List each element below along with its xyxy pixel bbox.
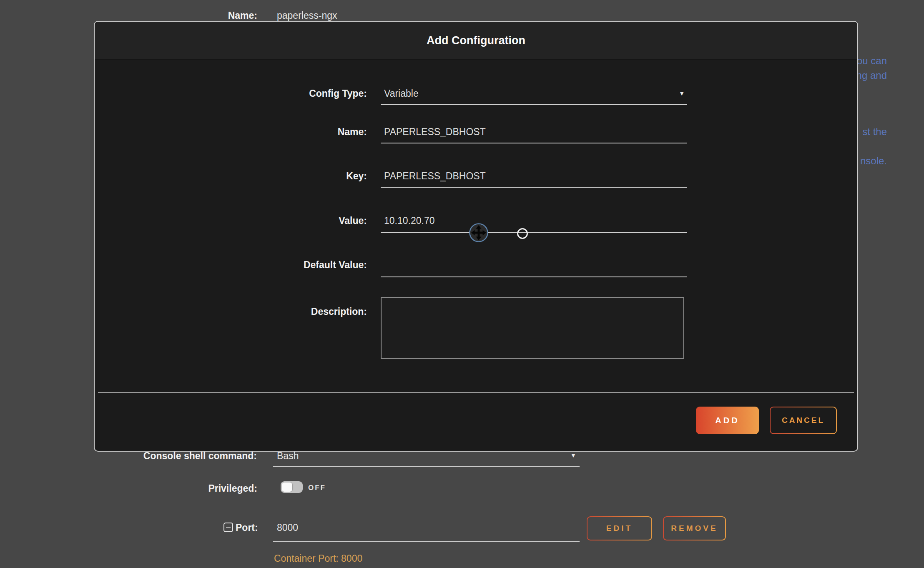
edit-button[interactable]: EDIT — [587, 516, 652, 540]
chevron-down-icon: ▼ — [679, 90, 685, 97]
default-value-input[interactable] — [384, 259, 680, 271]
chevron-down-icon: ▼ — [570, 452, 576, 459]
privileged-state-text: OFF — [308, 484, 326, 492]
field-underline — [273, 541, 580, 542]
help-text-fragment: st the — [862, 126, 887, 137]
port-value[interactable]: 8000 — [277, 522, 298, 533]
default-value-field-wrap — [381, 259, 687, 277]
add-button[interactable]: ADD — [696, 407, 759, 434]
dialog-header: Add Configuration — [95, 22, 857, 60]
key-field-wrap — [381, 171, 687, 188]
edit-button-label: EDIT — [588, 517, 651, 540]
move-cursor-icon — [469, 223, 489, 243]
value-label: Value: — [95, 215, 367, 226]
cancel-button-label: CANCEL — [771, 407, 836, 433]
help-text-fragment: nsole. — [860, 156, 887, 166]
toggle-knob — [282, 483, 292, 492]
collapse-port-icon — [223, 523, 233, 532]
container-name-value[interactable]: paperless-ngx — [277, 10, 337, 21]
remove-button-label: REMOVE — [664, 517, 725, 540]
console-shell-command-select[interactable]: Bash — [277, 450, 299, 462]
help-text-fragment: ng and — [856, 70, 887, 81]
config-type-label: Config Type: — [95, 88, 367, 99]
container-port-note: Container Port: 8000 — [274, 553, 362, 564]
description-label: Description: — [95, 306, 367, 317]
field-underline — [273, 466, 580, 467]
port-label: Port: — [236, 522, 258, 533]
help-text-fragment: ou can — [857, 55, 887, 66]
console-shell-command-label: Console shell command: — [104, 450, 257, 462]
key-label: Key: — [95, 171, 367, 182]
cancel-button[interactable]: CANCEL — [770, 407, 837, 434]
footer-divider — [98, 392, 854, 393]
name-label: Name: — [95, 126, 367, 138]
privileged-toggle[interactable] — [281, 481, 303, 493]
value-field-wrap — [381, 215, 687, 233]
config-type-select[interactable]: Variable ▼ — [381, 88, 687, 105]
container-name-label: Name: — [167, 10, 257, 21]
drag-handle-ring — [517, 228, 528, 239]
config-type-value: Variable — [384, 88, 419, 99]
page: Name: paperless-ngx ou can ng and st the… — [0, 0, 924, 568]
value-input[interactable] — [384, 215, 680, 226]
key-input[interactable] — [384, 171, 680, 182]
name-input[interactable] — [384, 126, 680, 138]
dialog-title: Add Configuration — [427, 34, 525, 47]
description-textarea[interactable] — [381, 297, 684, 359]
name-field-wrap — [381, 126, 687, 143]
privileged-label: Privileged: — [125, 483, 257, 494]
remove-button[interactable]: REMOVE — [663, 516, 726, 540]
default-value-label: Default Value: — [95, 259, 367, 271]
